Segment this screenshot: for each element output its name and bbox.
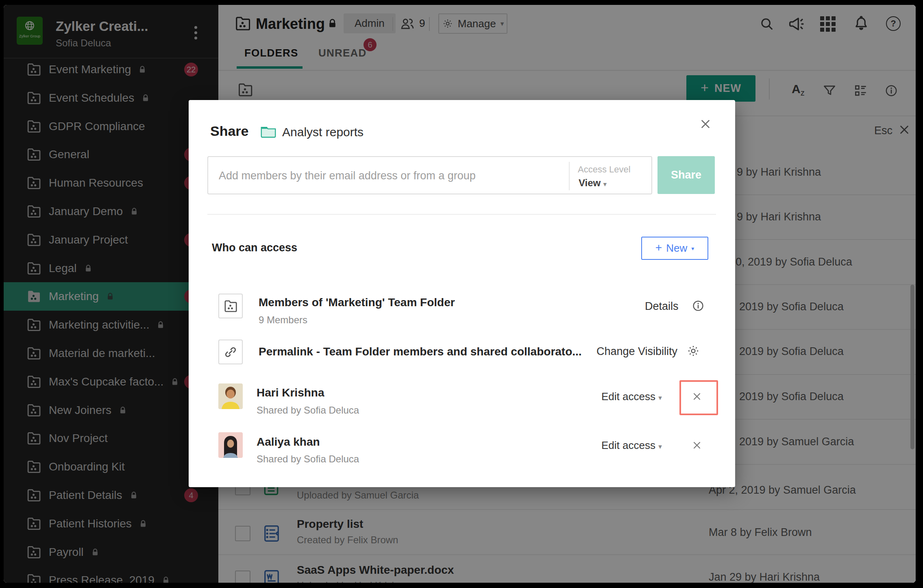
access-row-subtitle: 9 Members [259, 314, 307, 326]
app-window: Zylker Group Zylker Creati... Sofia Delu… [4, 5, 916, 583]
permalink-avatar [218, 340, 243, 364]
close-icon[interactable] [699, 117, 712, 131]
dialog-title: Share [210, 123, 249, 139]
avatar [218, 383, 243, 409]
access-row-title: Members of 'Marketing' Team Folder [259, 296, 455, 309]
gear-icon[interactable] [686, 344, 700, 358]
team-folder-icon [223, 298, 238, 314]
who-can-access-heading: Who can access [212, 242, 297, 254]
share-button[interactable]: Share [657, 156, 715, 194]
access-level-label: Access Level [578, 164, 631, 175]
avatar [218, 432, 243, 458]
access-row-title: Permalink - Team Folder members and shar… [259, 345, 582, 358]
shared-folder-name: Analyst reports [282, 125, 364, 139]
edit-access-dropdown[interactable]: Edit access ▾ [601, 390, 662, 403]
add-new-access-button[interactable]: + New ▾ [641, 237, 708, 260]
folder-icon [261, 124, 276, 138]
esc-label: Esc [874, 124, 893, 137]
chevron-down-icon: ▾ [603, 181, 607, 187]
details-link[interactable]: Details [645, 300, 679, 313]
info-icon[interactable] [692, 299, 705, 312]
change-visibility-link[interactable]: Change Visibility [596, 345, 677, 358]
dialog-divider [207, 214, 716, 215]
member-name: Aaliya khan [257, 436, 320, 449]
chevron-down-icon: ▾ [658, 443, 662, 451]
chevron-down-icon: ▾ [658, 394, 662, 402]
member-input-container: Access Level View ▾ [207, 156, 652, 194]
link-icon [223, 345, 238, 359]
team-folder-avatar [218, 294, 243, 318]
highlight-box [679, 380, 718, 415]
remove-member-icon[interactable] [691, 440, 703, 451]
divider [569, 162, 570, 190]
plus-icon: + [655, 241, 662, 254]
chevron-down-icon: ▾ [691, 245, 694, 252]
close-preview-icon[interactable] [897, 123, 911, 137]
add-members-input[interactable] [208, 157, 561, 194]
access-level-select[interactable]: View ▾ [579, 177, 606, 189]
member-name: Hari Krishna [257, 386, 324, 399]
member-shared-by: Shared by Sofia Deluca [257, 453, 359, 465]
member-shared-by: Shared by Sofia Deluca [257, 405, 359, 416]
edit-access-dropdown[interactable]: Edit access ▾ [601, 439, 662, 452]
share-dialog: Share Analyst reports Access Level View … [189, 100, 735, 487]
